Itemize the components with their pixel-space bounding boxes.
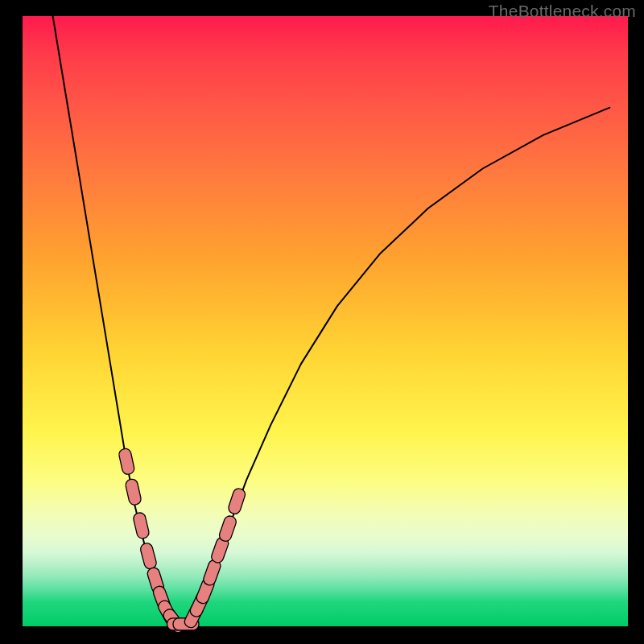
- marker-left-markers-0: [118, 448, 135, 475]
- series-right-curve: [186, 108, 609, 624]
- chart-frame: TheBottleneck.com: [0, 0, 644, 644]
- marker-group: [118, 448, 247, 634]
- series-left-curve: [53, 16, 180, 623]
- marker-left-markers-3: [139, 542, 158, 570]
- marker-right-markers-6: [227, 487, 246, 515]
- marker-left-markers-2: [132, 512, 150, 540]
- chart-svg: [23, 16, 628, 626]
- watermark-text: TheBottleneck.com: [489, 2, 636, 21]
- marker-right-markers-5: [218, 514, 238, 543]
- marker-left-markers-1: [125, 478, 142, 506]
